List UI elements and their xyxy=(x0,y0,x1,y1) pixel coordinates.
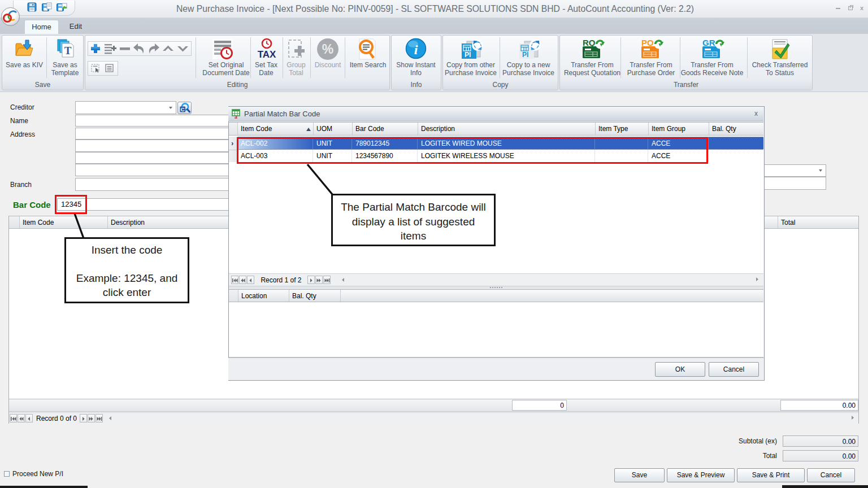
svg-text:PI: PI xyxy=(465,51,471,59)
svg-text:a: a xyxy=(235,114,237,120)
svg-text:%: % xyxy=(322,42,333,56)
svg-text:T: T xyxy=(64,45,72,56)
svg-text:PI: PI xyxy=(522,51,528,59)
svg-text:TAX: TAX xyxy=(258,49,276,60)
svg-text:C: C xyxy=(181,106,185,112)
svg-text:GR: GR xyxy=(702,38,715,47)
svg-text:PO: PO xyxy=(641,38,654,47)
svg-text:RQ: RQ xyxy=(583,38,596,47)
svg-text:i: i xyxy=(414,42,418,57)
